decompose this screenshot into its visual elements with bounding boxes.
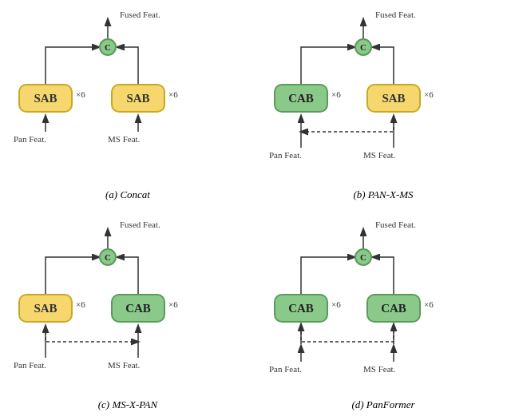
caption-a: (a) Concat <box>105 188 150 206</box>
diagram-msxpan: Fused Feat. C SAB ×6 CAB ×6 Pan Feat. MS… <box>0 210 256 420</box>
diagram-concat: Fused Feat. C SAB ×6 SAB ×6 Pan Feat. MS… <box>0 0 256 210</box>
ms-feat-b: MS Feat. <box>363 150 395 160</box>
caption-c: (c) MS-X-PAN <box>98 398 157 416</box>
caption-b: (b) PAN-X-MS <box>353 188 413 206</box>
mult-right-d: ×6 <box>424 299 434 309</box>
pan-feat-c: Pan Feat. <box>14 360 46 370</box>
diagram-inner-panformer: Fused Feat. C CAB ×6 CAB ×6 Pan Feat. MS… <box>259 218 507 398</box>
fused-feat-label-a: Fused Feat. <box>120 10 160 19</box>
left-box-d: CAB <box>274 294 328 323</box>
mult-left-b: ×6 <box>331 89 341 99</box>
right-box-d: CAB <box>366 294 421 323</box>
diagram-inner-panxms: Fused Feat. C CAB ×6 SAB ×6 Pan Feat. MS… <box>259 8 507 188</box>
circle-c-d: C <box>355 248 372 266</box>
left-box-b: CAB <box>274 84 328 113</box>
circle-c-b: C <box>355 38 372 56</box>
mult-left-d: ×6 <box>331 299 341 309</box>
circle-c-a: C <box>99 38 117 56</box>
diagram-panformer: Fused Feat. C CAB ×6 CAB ×6 Pan Feat. MS… <box>256 210 511 420</box>
right-box-b: SAB <box>366 84 421 113</box>
diagram-panxms: Fused Feat. C CAB ×6 SAB ×6 Pan Feat. MS… <box>256 0 511 210</box>
fused-feat-label-d: Fused Feat. <box>375 220 416 229</box>
mult-right-a: ×6 <box>168 89 178 99</box>
mult-right-c: ×6 <box>168 299 178 309</box>
fused-feat-label-c: Fused Feat. <box>120 220 160 229</box>
pan-feat-b: Pan Feat. <box>269 150 302 160</box>
left-box-a: SAB <box>18 84 73 113</box>
ms-feat-a: MS Feat. <box>108 134 140 144</box>
mult-left-c: ×6 <box>76 299 85 309</box>
right-box-a: SAB <box>111 84 165 113</box>
pan-feat-a: Pan Feat. <box>14 134 46 144</box>
mult-right-b: ×6 <box>424 89 434 99</box>
diagram-inner-msxpan: Fused Feat. C SAB ×6 CAB ×6 Pan Feat. MS… <box>4 218 252 398</box>
circle-c-c: C <box>99 248 117 266</box>
caption-d: (d) PanFormer <box>351 398 414 416</box>
right-box-c: CAB <box>111 294 165 323</box>
fused-feat-label-b: Fused Feat. <box>375 10 416 19</box>
pan-feat-d: Pan Feat. <box>269 364 302 374</box>
ms-feat-c: MS Feat. <box>108 360 140 370</box>
mult-left-a: ×6 <box>76 89 85 99</box>
left-box-c: SAB <box>18 294 73 323</box>
diagram-inner-concat: Fused Feat. C SAB ×6 SAB ×6 Pan Feat. MS… <box>4 8 252 188</box>
main-container: Fused Feat. C SAB ×6 SAB ×6 Pan Feat. MS… <box>0 0 511 420</box>
ms-feat-d: MS Feat. <box>363 364 395 374</box>
